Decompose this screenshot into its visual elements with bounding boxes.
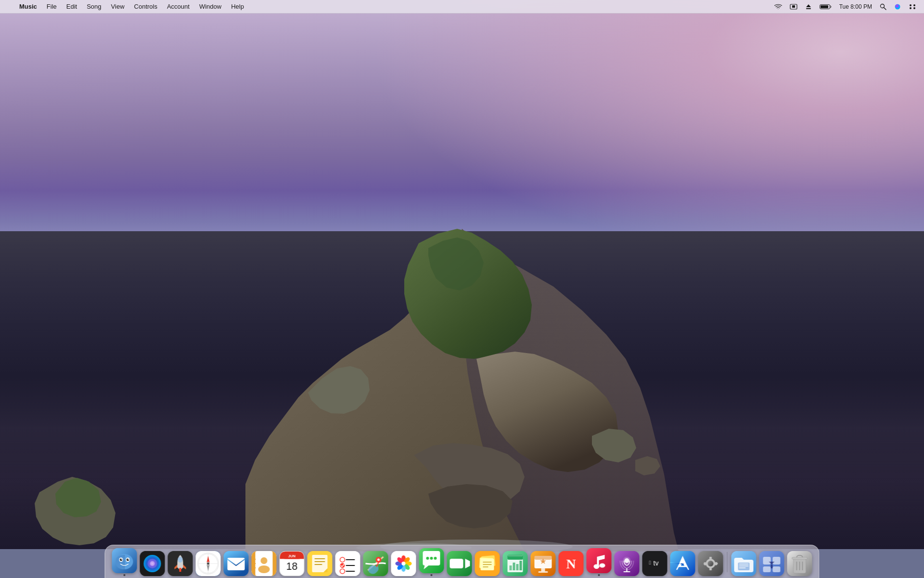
svg-rect-44 [254, 559, 256, 560]
svg-point-21 [128, 559, 129, 560]
eject-icon[interactable] [803, 2, 814, 11]
dock-news[interactable]: N [559, 551, 584, 576]
window-menu[interactable]: Window [195, 0, 225, 13]
menubar-left: Music File Edit Song View Controls Accou… [6, 0, 248, 13]
svg-rect-126 [709, 557, 712, 560]
svg-point-19 [127, 559, 129, 561]
svg-point-125 [708, 561, 714, 566]
svg-text:tv: tv [654, 559, 659, 567]
svg-rect-45 [254, 563, 256, 564]
spotlight-icon[interactable] [878, 2, 888, 11]
edit-menu[interactable]: Edit [63, 0, 81, 13]
menu-clock: Tue 8:00 PM [837, 2, 874, 11]
svg-rect-58 [315, 564, 322, 565]
dock-maps[interactable] [363, 551, 388, 576]
svg-point-80 [426, 557, 429, 560]
dock-downloads[interactable] [759, 551, 784, 576]
dock-trash[interactable] [787, 551, 812, 576]
dock-reminders[interactable] [335, 551, 360, 576]
sky-highlight [370, 0, 924, 260]
svg-text:N: N [566, 556, 576, 571]
svg-point-10 [910, 4, 911, 6]
svg-rect-145 [771, 565, 773, 568]
svg-point-47 [261, 557, 268, 564]
svg-point-111 [600, 564, 605, 568]
dock-calendar[interactable]: JUN 18 [280, 551, 305, 576]
svg-rect-59 [335, 551, 360, 576]
svg-rect-4 [806, 8, 811, 9]
siri-status-icon[interactable] [892, 2, 903, 11]
svg-text:JUN: JUN [288, 554, 296, 558]
dock-mail[interactable] [224, 551, 249, 576]
account-menu[interactable]: Account [163, 0, 193, 13]
dock-finder-dot [124, 574, 126, 576]
dock-siri[interactable] [140, 551, 165, 576]
file-menu[interactable]: File [43, 0, 61, 13]
svg-rect-46 [254, 567, 256, 568]
battery-icon[interactable] [818, 3, 834, 11]
dock-stickies[interactable] [475, 551, 500, 576]
svg-rect-57 [315, 561, 325, 562]
dock-facetime[interactable] [447, 551, 472, 576]
controls-menu[interactable]: Controls [130, 0, 161, 13]
dock-messages[interactable] [419, 548, 444, 576]
dock-appstore[interactable] [670, 551, 695, 576]
svg-point-110 [594, 565, 600, 569]
dock-appletv[interactable]:  tv [642, 551, 667, 576]
svg-point-9 [895, 4, 900, 9]
svg-rect-143 [773, 566, 781, 572]
svg-rect-30 [180, 568, 181, 572]
svg-rect-100 [520, 561, 522, 570]
menubar-right: Tue 8:00 PM [772, 2, 918, 11]
svg-rect-104 [541, 568, 545, 571]
svg-point-18 [120, 559, 122, 561]
svg-rect-97 [510, 565, 512, 570]
svg-text::  [649, 560, 651, 565]
svg-rect-151 [792, 557, 808, 559]
svg-point-48 [258, 565, 270, 573]
wifi-icon[interactable] [772, 3, 784, 11]
svg-rect-3 [792, 5, 795, 8]
dock-keynote[interactable] [531, 551, 556, 576]
dock-music[interactable] [587, 548, 612, 576]
dock-podcasts[interactable] [615, 551, 640, 576]
dock-separator [727, 552, 728, 572]
view-menu[interactable]: View [107, 0, 128, 13]
dock-airdrop[interactable] [732, 551, 757, 576]
dock: JUN 18 [105, 545, 820, 578]
dock-photos[interactable] [391, 551, 416, 576]
dock-notes[interactable] [308, 551, 333, 576]
help-menu[interactable]: Help [227, 0, 248, 13]
apple-menu[interactable] [6, 6, 13, 8]
svg-rect-105 [539, 571, 548, 573]
svg-text:18: 18 [286, 561, 298, 572]
dock-launchpad[interactable] [168, 551, 193, 576]
screen-mirror-icon[interactable] [788, 3, 799, 11]
control-center-icon[interactable] [907, 3, 918, 11]
svg-rect-141 [773, 557, 781, 565]
svg-rect-136 [739, 564, 749, 565]
dock-contacts[interactable] [252, 551, 277, 576]
dock-numbers[interactable] [503, 551, 528, 576]
svg-rect-56 [315, 558, 325, 559]
svg-rect-6 [821, 5, 828, 8]
svg-rect-96 [508, 555, 523, 556]
dock-system-preferences[interactable] [698, 551, 723, 576]
svg-rect-55 [312, 555, 328, 572]
svg-rect-127 [709, 567, 712, 570]
svg-point-81 [430, 557, 433, 560]
svg-point-82 [434, 557, 437, 560]
app-name-menu[interactable]: Music [15, 0, 41, 13]
left-island [29, 472, 125, 549]
dock-messages-dot [431, 574, 433, 576]
song-menu[interactable]: Song [83, 0, 105, 13]
svg-point-28 [178, 557, 183, 563]
svg-point-20 [121, 559, 122, 560]
svg-rect-40 [228, 558, 245, 570]
dock-finder[interactable] [112, 548, 137, 576]
svg-point-26 [150, 561, 155, 566]
svg-point-38 [207, 563, 209, 565]
svg-point-78 [402, 562, 406, 565]
dock-safari[interactable] [196, 551, 221, 576]
island [245, 224, 679, 552]
